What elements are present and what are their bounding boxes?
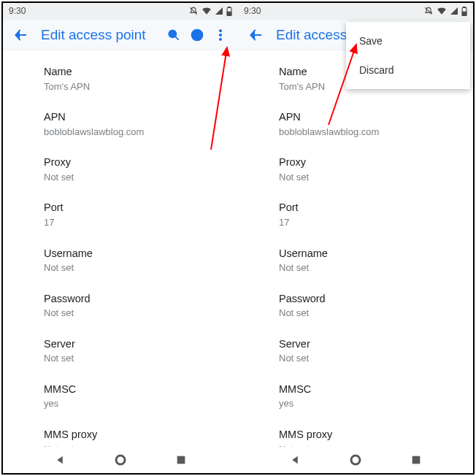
field-label: Username — [44, 247, 225, 261]
field-label: Proxy — [279, 156, 460, 170]
field-proxy[interactable]: ProxyNot set — [238, 147, 473, 192]
nav-home-button[interactable] — [348, 452, 364, 468]
settings-list: NameTom's APN APNbobloblawslawblog.com P… — [3, 50, 238, 447]
field-password[interactable]: PasswordNot set — [238, 283, 473, 329]
back-button[interactable] — [244, 23, 267, 47]
nav-back-button[interactable] — [52, 452, 68, 468]
field-value: Not set — [279, 171, 460, 184]
battery-icon — [461, 7, 467, 16]
field-label: MMS proxy — [279, 428, 460, 442]
field-proxy[interactable]: ProxyNot set — [3, 147, 238, 192]
field-value: Not set — [279, 261, 460, 275]
search-button[interactable] — [162, 23, 185, 47]
search-icon — [166, 28, 181, 42]
square-recent-icon — [175, 454, 187, 466]
svg-line-5 — [175, 37, 179, 40]
field-apn[interactable]: APNbobloblawslawblog.com — [3, 101, 238, 147]
status-time: 9:30 — [9, 6, 26, 16]
help-button[interactable] — [185, 23, 209, 47]
square-recent-icon — [410, 454, 422, 466]
field-mms-proxy[interactable]: MMS proxyNot set — [3, 419, 238, 447]
circle-home-icon — [349, 453, 362, 467]
phone-left: 9:30 Edit access point N — [3, 3, 238, 473]
svg-point-7 — [196, 37, 198, 38]
svg-rect-1 — [229, 7, 231, 7]
field-value: Not set — [279, 307, 460, 320]
field-value: bobloblawslawblog.com — [44, 126, 225, 139]
svg-point-18 — [351, 456, 360, 464]
battery-icon — [226, 7, 232, 16]
app-bar: Edit access point — [3, 20, 238, 50]
do-not-disturb-icon — [188, 6, 199, 16]
field-port[interactable]: Port17 — [3, 192, 238, 237]
wifi-icon — [201, 6, 212, 16]
field-value: yes — [44, 397, 225, 410]
nav-bar — [238, 447, 473, 473]
field-value: 17 — [44, 216, 225, 229]
field-server[interactable]: ServerNot set — [3, 329, 238, 374]
help-icon — [190, 28, 204, 42]
do-not-disturb-icon — [423, 6, 434, 16]
field-label: MMSC — [44, 383, 225, 397]
menu-item-discard[interactable]: Discard — [346, 55, 470, 85]
field-label: APN — [44, 110, 225, 125]
svg-rect-2 — [227, 12, 231, 15]
field-label: Server — [279, 337, 460, 352]
field-apn[interactable]: APNbobloblawslawblog.com — [238, 101, 473, 147]
nav-recent-button[interactable] — [173, 452, 189, 468]
svg-point-9 — [219, 34, 221, 36]
field-password[interactable]: PasswordNot set — [3, 283, 238, 329]
field-value: yes — [279, 397, 460, 410]
field-value: Not set — [44, 261, 225, 275]
field-value: Not set — [279, 352, 460, 365]
field-name[interactable]: NameTom's APN — [3, 56, 238, 101]
field-label: APN — [279, 110, 460, 125]
svg-rect-15 — [464, 7, 466, 7]
signal-icon — [450, 7, 458, 15]
field-mmsc[interactable]: MMSCyes — [3, 374, 238, 419]
page-title: Edit access point — [32, 27, 162, 43]
nav-bar — [3, 447, 238, 473]
svg-point-11 — [116, 456, 125, 464]
field-label: Proxy — [44, 156, 225, 170]
status-bar: 9:30 — [238, 3, 473, 20]
field-label: Password — [279, 292, 460, 307]
field-value: Tom's APN — [44, 80, 225, 93]
field-value: Not set — [44, 171, 225, 184]
nav-back-button[interactable] — [287, 452, 303, 468]
field-label: Server — [44, 337, 225, 352]
nav-recent-button[interactable] — [408, 452, 424, 468]
status-icons — [188, 6, 232, 16]
nav-home-button[interactable] — [112, 452, 128, 468]
status-icons — [423, 6, 467, 16]
phone-right: 9:30 Edit access NameTom's APN APNboblob… — [238, 3, 473, 473]
svg-point-4 — [169, 30, 176, 37]
field-mms-proxy[interactable]: MMS proxyNot set — [238, 419, 473, 447]
field-server[interactable]: ServerNot set — [238, 329, 473, 374]
field-label: MMS proxy — [44, 428, 225, 442]
svg-rect-12 — [177, 456, 185, 464]
more-vert-icon — [213, 28, 228, 42]
overflow-menu: Save Discard — [346, 22, 470, 89]
field-value: Not set — [44, 352, 225, 365]
field-value: bobloblawslawblog.com — [279, 126, 460, 139]
circle-home-icon — [114, 453, 127, 467]
back-button[interactable] — [9, 23, 32, 47]
svg-point-8 — [219, 29, 221, 31]
svg-rect-16 — [462, 12, 467, 15]
field-label: Password — [44, 292, 225, 307]
field-mmsc[interactable]: MMSCyes — [238, 374, 473, 419]
field-port[interactable]: Port17 — [238, 192, 473, 237]
triangle-back-icon — [288, 453, 302, 467]
triangle-back-icon — [53, 453, 66, 467]
field-label: Port — [279, 201, 460, 215]
field-username[interactable]: UsernameNot set — [3, 238, 238, 283]
field-value: 17 — [279, 216, 460, 229]
field-label: MMSC — [279, 383, 460, 397]
settings-list: NameTom's APN APNbobloblawslawblog.com P… — [238, 50, 473, 447]
overflow-menu-button[interactable] — [209, 23, 232, 47]
field-label: Port — [44, 201, 225, 215]
menu-item-save[interactable]: Save — [346, 26, 470, 55]
field-username[interactable]: UsernameNot set — [238, 238, 473, 283]
status-time: 9:30 — [244, 6, 261, 16]
